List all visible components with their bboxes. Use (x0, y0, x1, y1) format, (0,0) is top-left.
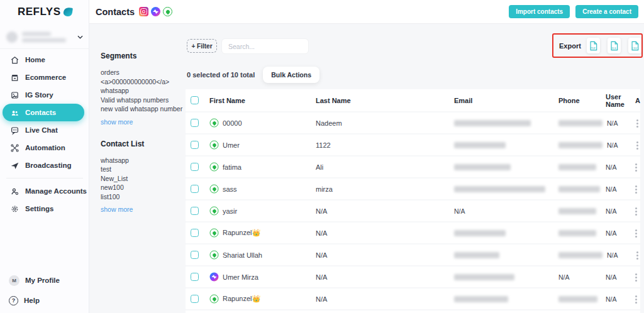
sidebar-item-my-profile[interactable]: M My Profile (0, 273, 89, 288)
search-input[interactable] (221, 38, 309, 54)
contact-list-item[interactable]: list100 (101, 192, 184, 202)
segment-item[interactable]: whatsapp (101, 86, 184, 96)
row-actions-menu-icon[interactable] (635, 229, 637, 237)
email-cell (450, 164, 555, 170)
sidebar-item-label: IG Story (25, 91, 53, 99)
table-row-partial (186, 310, 640, 313)
phone-redacted (558, 230, 596, 236)
last-name-cell: N/A (316, 229, 450, 237)
segment-item[interactable]: Valid whatspp numbers (101, 96, 184, 105)
topbar: Contacts Import contacts Create a contac… (89, 0, 644, 24)
table-row: sass mirza N/A (186, 178, 640, 199)
sidebar-item-help[interactable]: ? Help (0, 293, 89, 308)
row-checkbox[interactable] (191, 229, 199, 237)
sidebar-item-automation[interactable]: Automation (0, 139, 89, 156)
automation-icon (10, 143, 19, 153)
sidebar-item-ecommerce[interactable]: Ecommerce (0, 69, 89, 86)
sidebar: REFLYS Home Ecommerce IG Story Contacts … (0, 0, 89, 313)
sidebar-item-broadcasting[interactable]: Broadcasting (0, 156, 89, 174)
messenger-icon (210, 273, 219, 282)
filter-button[interactable]: + Filter (187, 39, 217, 53)
row-checkbox[interactable] (191, 295, 199, 303)
row-actions-menu-icon[interactable] (636, 251, 638, 259)
column-header-first-name: First Name (205, 97, 316, 104)
first-name-cell: Umer (223, 141, 240, 149)
email-cell (450, 230, 555, 236)
bulk-actions-button[interactable]: Bulk Actions (263, 67, 319, 83)
segments-heading: Segments (101, 52, 184, 60)
row-checkbox[interactable] (191, 273, 199, 281)
sidebar-item-label: Automation (25, 144, 65, 151)
email-cell (450, 120, 555, 126)
import-contacts-button[interactable]: Import contacts (509, 5, 570, 18)
sidebar-item-ig-story[interactable]: IG Story (0, 86, 89, 104)
sidebar-item-manage-accounts[interactable]: Manage Accounts (0, 182, 89, 200)
sidebar-item-contacts[interactable]: Contacts (3, 104, 84, 121)
export-label: Export (559, 42, 581, 50)
row-actions-menu-icon[interactable] (635, 295, 637, 303)
table-header-row: First Name Last Name Email Phone User Na… (186, 89, 640, 111)
row-actions-menu-icon[interactable] (636, 141, 638, 149)
phone-cell (555, 296, 601, 302)
sidebar-item-label: Contacts (25, 109, 56, 116)
sidebar-item-home[interactable]: Home (0, 51, 89, 69)
row-checkbox[interactable] (191, 185, 199, 193)
segments-show-more-link[interactable]: show more (101, 118, 133, 126)
user-name-cell: N/A (602, 141, 633, 149)
email-cell (450, 186, 555, 192)
account-switcher[interactable] (0, 25, 89, 49)
sidebar-nav: Home Ecommerce IG Story Contacts Live Ch… (0, 51, 89, 217)
select-all-checkbox[interactable] (191, 96, 199, 104)
row-checkbox[interactable] (191, 119, 199, 127)
help-icon: ? (9, 296, 18, 305)
export-xls-button[interactable]: XLS (608, 38, 621, 53)
contact-list-item[interactable]: test (101, 165, 184, 174)
row-checkbox[interactable] (191, 207, 199, 215)
phone-redacted (558, 252, 602, 258)
row-checkbox[interactable] (191, 163, 199, 171)
row-actions-menu-icon[interactable] (635, 273, 637, 281)
phone-redacted (558, 142, 602, 148)
row-actions-menu-icon[interactable] (636, 119, 638, 127)
table-row: fatima Ali N/A (186, 156, 640, 177)
export-csv-button[interactable]: CSV (628, 38, 641, 53)
row-actions-menu-icon[interactable] (635, 207, 637, 215)
segment-item[interactable]: <a>000000000000</a> (101, 77, 184, 87)
table-row: Rapunzel👑 N/A N/A (186, 222, 640, 243)
contact-list-show-more-link[interactable]: show more (101, 206, 133, 213)
contact-list-item[interactable]: whatsapp (101, 156, 184, 165)
sidebar-item-label: Broadcasting (25, 162, 72, 169)
selection-summary: 0 selected of 10 total (187, 71, 255, 79)
row-checkbox[interactable] (191, 141, 199, 149)
brand-name: REFLYS (18, 6, 61, 18)
last-name-cell: mirza (316, 185, 450, 193)
whatsapp-icon (210, 141, 219, 150)
last-name-cell: N/A (316, 295, 450, 303)
contact-list-item[interactable]: new100 (101, 183, 184, 192)
row-checkbox[interactable] (191, 251, 199, 259)
whatsapp-icon (210, 295, 219, 304)
first-name-cell: Rapunzel👑 (223, 229, 260, 237)
first-name-cell: sass (223, 185, 237, 193)
row-actions-menu-icon[interactable] (635, 185, 637, 193)
sidebar-item-label: Ecommerce (25, 74, 66, 81)
ecommerce-icon (10, 73, 19, 82)
segment-item[interactable]: new valid whatsapp number (101, 104, 184, 114)
column-header-last-name: Last Name (316, 97, 450, 104)
last-name-cell: N/A (316, 251, 450, 259)
sidebar-item-settings[interactable]: Settings (0, 200, 89, 217)
email-redacted (454, 230, 506, 236)
user-name-cell: N/A (601, 229, 631, 237)
row-actions-menu-icon[interactable] (635, 163, 637, 171)
export-pdf-button[interactable]: PDF (587, 38, 600, 53)
segment-item[interactable]: orders (101, 68, 184, 77)
whatsapp-icon (163, 7, 172, 16)
ig-story-icon (10, 91, 19, 100)
create-contact-button[interactable]: Create a contact (575, 5, 638, 18)
sidebar-item-live-chat[interactable]: Live Chat (0, 121, 89, 139)
my-profile-label: My Profile (25, 277, 60, 284)
email-redacted (454, 274, 514, 280)
brand-logo-icon (63, 7, 73, 17)
contact-list-item[interactable]: New_List (101, 174, 184, 184)
phone-redacted (558, 296, 597, 302)
